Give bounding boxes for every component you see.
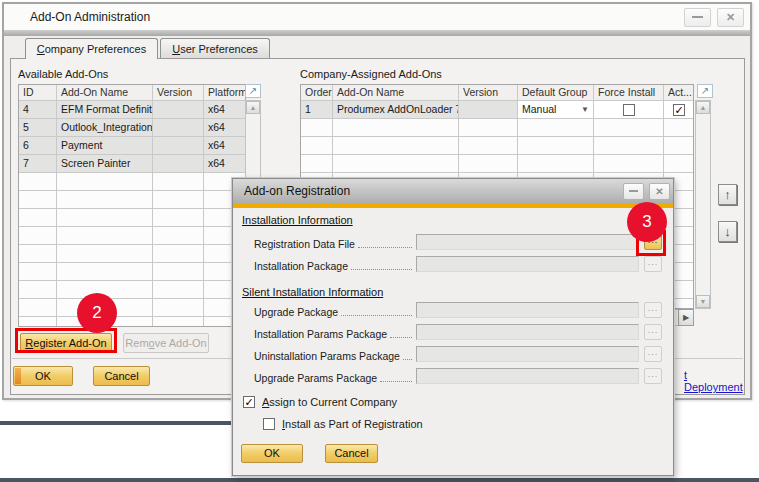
browse-uninstallation-params-button[interactable]: ... <box>644 346 662 362</box>
minimize-button[interactable] <box>684 8 711 27</box>
deployment-link[interactable]: t Deployment <box>684 369 744 393</box>
table-cell[interactable] <box>518 155 594 173</box>
dialog-titlebar[interactable]: Add-on Registration <box>233 179 673 204</box>
table-cell[interactable]: 5 <box>19 119 57 137</box>
empty-row[interactable] <box>19 191 245 209</box>
table-cell[interactable] <box>57 191 153 209</box>
column-header[interactable]: Add-On Name <box>333 85 459 101</box>
column-header[interactable]: Force Install <box>594 85 664 101</box>
browse-installation-params-button[interactable]: ... <box>644 324 662 340</box>
table-cell[interactable] <box>518 119 594 137</box>
empty-row[interactable] <box>19 317 245 327</box>
checkbox-checked-icon[interactable]: ✓ <box>243 396 255 408</box>
column-header[interactable]: Act... <box>664 85 694 101</box>
table-cell[interactable]: Outlook_Integration <box>57 119 153 137</box>
table-cell[interactable] <box>153 281 204 299</box>
table-cell[interactable] <box>19 245 57 263</box>
table-cell[interactable] <box>459 137 518 155</box>
table-cell[interactable]: x64 <box>204 101 246 119</box>
empty-row[interactable] <box>19 245 245 263</box>
table-cell[interactable]: 6 <box>19 137 57 155</box>
window-titlebar[interactable]: Add-On Administration <box>4 4 750 30</box>
table-cell[interactable] <box>19 299 57 317</box>
scroll-up-icon[interactable]: ▲ <box>246 101 260 114</box>
table-cell[interactable] <box>153 191 204 209</box>
table-cell[interactable] <box>664 119 694 137</box>
checkbox-checked-icon[interactable]: ✓ <box>673 104 685 116</box>
column-header[interactable]: Order <box>301 85 333 101</box>
table-row[interactable]: 5Outlook_Integrationx64 <box>19 119 245 137</box>
table-cell[interactable] <box>153 263 204 281</box>
link-arrow-icon[interactable]: ↗ <box>245 84 261 98</box>
installation-params-package-input[interactable] <box>416 324 639 340</box>
table-row[interactable]: 1Produmex AddOnLoader 7Manual▼✓ <box>301 101 693 119</box>
table-cell[interactable] <box>153 137 204 155</box>
table-cell[interactable] <box>664 137 694 155</box>
table-cell[interactable] <box>19 173 57 191</box>
empty-row[interactable] <box>301 155 693 173</box>
table-cell[interactable] <box>594 155 664 173</box>
close-button[interactable]: ✕ <box>717 8 744 27</box>
registration-data-file-input[interactable] <box>416 234 639 250</box>
assigned-scrollbar[interactable]: ▲ ▼ <box>695 100 711 309</box>
table-cell[interactable] <box>301 119 333 137</box>
table-cell[interactable]: 7 <box>19 155 57 173</box>
default-group-dropdown[interactable]: Manual▼ <box>518 101 594 119</box>
empty-row[interactable] <box>19 281 245 299</box>
empty-row[interactable] <box>19 227 245 245</box>
table-cell[interactable] <box>19 317 57 327</box>
table-cell[interactable] <box>57 173 153 191</box>
table-cell[interactable] <box>301 155 333 173</box>
empty-row[interactable] <box>19 299 245 317</box>
table-cell[interactable]: ✓ <box>664 101 694 119</box>
table-cell[interactable] <box>459 101 518 119</box>
empty-row[interactable] <box>19 173 245 191</box>
checkbox-unchecked-icon[interactable] <box>263 418 275 430</box>
table-cell[interactable]: Payment <box>57 137 153 155</box>
remove-addon-button[interactable]: Remove Add-On <box>123 333 209 353</box>
table-cell[interactable] <box>153 101 204 119</box>
table-cell[interactable] <box>301 137 333 155</box>
installation-package-input[interactable] <box>416 256 639 272</box>
table-cell[interactable]: x64 <box>204 119 246 137</box>
table-cell[interactable]: Screen Painter <box>57 155 153 173</box>
upgrade-params-package-input[interactable] <box>416 368 639 384</box>
table-cell[interactable]: Produmex AddOnLoader 7 <box>333 101 459 119</box>
empty-row[interactable] <box>301 119 693 137</box>
table-cell[interactable] <box>153 317 204 327</box>
empty-row[interactable] <box>19 263 245 281</box>
table-cell[interactable] <box>518 137 594 155</box>
install-as-part-checkbox[interactable]: Install as Part of Registration <box>263 418 423 430</box>
table-cell[interactable] <box>57 263 153 281</box>
browse-installation-package-button[interactable]: ... <box>644 256 662 272</box>
table-cell[interactable] <box>153 245 204 263</box>
column-header[interactable]: Version <box>153 85 204 101</box>
minimize-button[interactable] <box>623 183 644 200</box>
table-cell[interactable]: x64 <box>204 137 246 155</box>
table-cell[interactable] <box>333 137 459 155</box>
table-cell[interactable]: x64 <box>204 155 246 173</box>
table-cell[interactable] <box>153 227 204 245</box>
upgrade-package-input[interactable] <box>416 302 639 318</box>
close-button[interactable]: ✕ <box>649 183 670 200</box>
scroll-down-icon[interactable]: ▼ <box>696 295 710 308</box>
browse-upgrade-package-button[interactable]: ... <box>644 302 662 318</box>
column-header[interactable]: ID <box>19 85 57 101</box>
checkbox-unchecked-icon[interactable] <box>623 104 635 116</box>
table-cell[interactable] <box>594 119 664 137</box>
move-row-up-button[interactable]: ↑ <box>718 184 737 205</box>
column-header[interactable]: Platform <box>204 85 246 101</box>
table-cell[interactable] <box>153 155 204 173</box>
empty-row[interactable] <box>19 209 245 227</box>
table-cell[interactable]: EFM Format Definition <box>57 101 153 119</box>
scroll-right-icon[interactable]: ▶ <box>678 309 694 326</box>
uninstallation-params-package-input[interactable] <box>416 346 639 362</box>
table-row[interactable]: 4EFM Format Definitionx64 <box>19 101 245 119</box>
table-cell[interactable] <box>153 209 204 227</box>
column-header[interactable]: Default Group <box>518 85 594 101</box>
table-cell[interactable]: 1 <box>301 101 333 119</box>
table-cell[interactable] <box>57 227 153 245</box>
table-cell[interactable] <box>333 119 459 137</box>
column-header[interactable]: Add-On Name <box>57 85 153 101</box>
column-header[interactable]: Version <box>459 85 518 101</box>
